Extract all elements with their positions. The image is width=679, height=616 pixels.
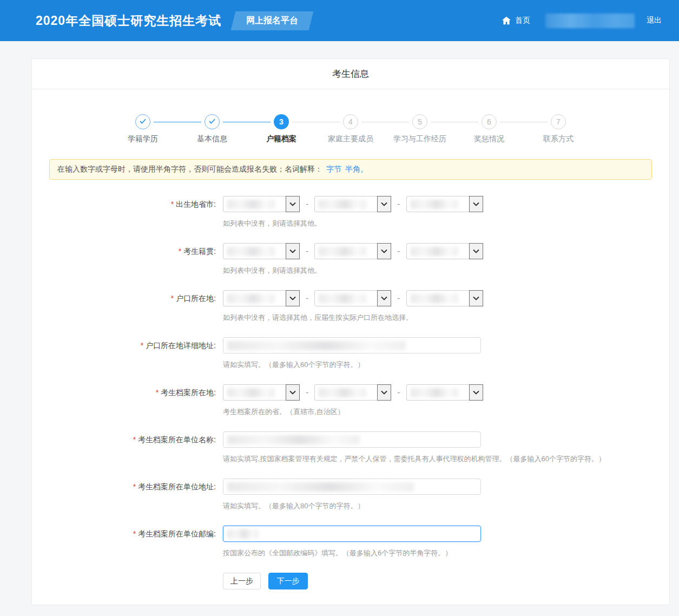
archive-province-select[interactable] [223,384,300,401]
chevron-down-icon [286,384,300,401]
step-7-circle: 7 [551,114,566,129]
field-label: *考生档案所在单位地址: [32,479,216,511]
chevron-down-icon [377,243,391,259]
chevron-down-icon [286,290,300,306]
field-label: *出生地省市: [32,196,216,228]
home-link[interactable]: 首页 [502,16,530,25]
step-rewards-punishments: 6 奖惩情况 [454,114,524,144]
field-hint: 请如实填写。（最多输入80个字节的字符。） [223,501,481,511]
archive-unit-postcode-input[interactable] [223,526,481,542]
hukou-detail-address-input[interactable] [223,337,481,353]
checkmark-icon [208,117,216,126]
archive-unit-address-input[interactable] [223,479,481,495]
required-mark: * [179,247,181,255]
field-hint: 请如实填写。（最多输入60个字节的字符。） [223,360,481,370]
birthplace-province-select[interactable] [223,196,300,212]
select-separator: - [306,293,308,303]
step-label: 基本信息 [177,134,247,144]
form-row-archive-unit-address: *考生档案所在单位地址: 请如实填写。（最多输入80个字节的字符。） [32,479,669,511]
logout-link[interactable]: 退出 [647,16,662,25]
candidate-info-card: 考生信息 学籍学历 基本信息 3 户籍档案 [31,58,670,605]
redacted-value [411,388,458,397]
birthplace-city-select[interactable] [314,196,391,212]
page-title: 考生信息 [32,59,669,89]
chevron-down-icon [377,384,391,401]
chevron-down-icon [286,196,300,212]
step-label: 奖惩情况 [454,134,524,144]
form-row-birthplace: *出生地省市: - - [32,196,669,228]
step-label: 学习与工作经历 [385,134,454,144]
step-6-circle: 6 [482,114,497,129]
household-archive-form: *出生地省市: - - [32,196,669,558]
glossary-link-byte[interactable]: 字节 [326,165,341,174]
platform-badge-label: 网上报名平台 [246,15,298,27]
step-3-circle: 3 [274,114,289,129]
chevron-down-icon [377,196,391,212]
required-mark: * [171,200,174,208]
field-label: *考生档案所在地: [32,384,216,417]
chevron-down-icon [469,196,483,212]
field-hint: 按国家公布的《全国邮政编码》填写。（最多输入6个字节的半角字符。） [223,548,481,558]
required-mark: * [133,435,136,444]
field-label: *考生籍贯: [32,243,216,276]
redacted-value [227,247,275,256]
select-separator: - [397,388,400,397]
field-label: *户口所在地: [32,290,216,323]
redacted-value [227,200,275,209]
field-hint: 如列表中没有，请选择其他，应届生按实际户口所在地选择。 [223,313,483,323]
form-row-native-place: *考生籍贯: - - [32,243,669,276]
platform-badge: 网上报名平台 [231,11,314,30]
native-place-city-select[interactable] [314,243,391,259]
field-label: *户口所在地详细地址: [32,337,216,370]
step-4-circle: 4 [343,114,358,129]
redacted-value [319,200,366,209]
form-row-archive-unit-name: *考生档案所在单位名称: 请如实填写,按国家档案管理有关规定，严禁个人保管，需委… [32,431,669,464]
field-label: *考生档案所在单位名称: [32,431,216,464]
step-2-circle [205,114,220,129]
select-separator: - [397,246,400,256]
form-row-archive-location: *考生档案所在地: - - [32,384,669,417]
archive-unit-name-input[interactable] [223,431,481,448]
form-row-archive-unit-postcode: *考生档案所在单位邮编: 按国家公布的《全国邮政编码》填写。（最多输入6个字节的… [32,526,669,558]
field-hint: 如列表中没有，则请选择其他。 [223,266,483,276]
native-place-county-select[interactable] [406,243,483,259]
redacted-value [227,388,275,397]
checkmark-icon [139,117,147,126]
step-contact-info: 7 联系方式 [524,114,593,144]
redacted-value [227,529,259,539]
prev-step-button[interactable]: 上一步 [223,573,261,589]
select-separator: - [397,199,400,209]
step-label: 学籍学历 [108,134,177,144]
redacted-value [319,388,366,397]
native-place-province-select[interactable] [223,243,300,259]
app-title: 2020年全国硕士研究生招生考试 [36,12,221,29]
halfwidth-notice-banner: 在输入数字或字母时，请使用半角字符，否则可能会造成报名失败；名词解释： 字节 半… [49,159,652,180]
hukou-county-select[interactable] [406,290,483,306]
next-step-button[interactable]: 下一步 [268,573,308,589]
redacted-value [319,294,366,303]
form-row-hukou-location: *户口所在地: - - [32,290,669,323]
glossary-link-halfwidth[interactable]: 半角 [345,165,360,174]
archive-county-select[interactable] [406,384,483,401]
required-mark: * [133,529,136,538]
redacted-value [319,247,366,256]
home-icon [502,16,511,25]
required-mark: * [156,388,159,397]
step-family-members: 4 家庭主要成员 [316,114,385,144]
required-mark: * [171,294,174,303]
redacted-value [411,247,458,256]
birthplace-county-select[interactable] [406,196,483,212]
notice-text: 在输入数字或字母时，请使用半角字符，否则可能会造成报名失败；名词解释： [57,165,322,174]
field-hint: 如列表中没有，则请选择其他。 [223,219,483,228]
archive-city-select[interactable] [314,384,391,401]
select-separator: - [397,293,400,303]
hukou-city-select[interactable] [314,290,391,306]
redacted-value [227,482,414,492]
step-1-circle [135,114,150,129]
redacted-value [227,435,360,444]
field-hint: 考生档案所在的省。（直辖市,自治区） [223,407,483,417]
wizard-stepper: 学籍学历 基本信息 3 户籍档案 4 家庭主要成员 5 学习与工作经历 [108,114,593,144]
hukou-province-select[interactable] [223,290,300,306]
redacted-value [227,294,275,303]
step-study-work-experience: 5 学习与工作经历 [385,114,454,144]
